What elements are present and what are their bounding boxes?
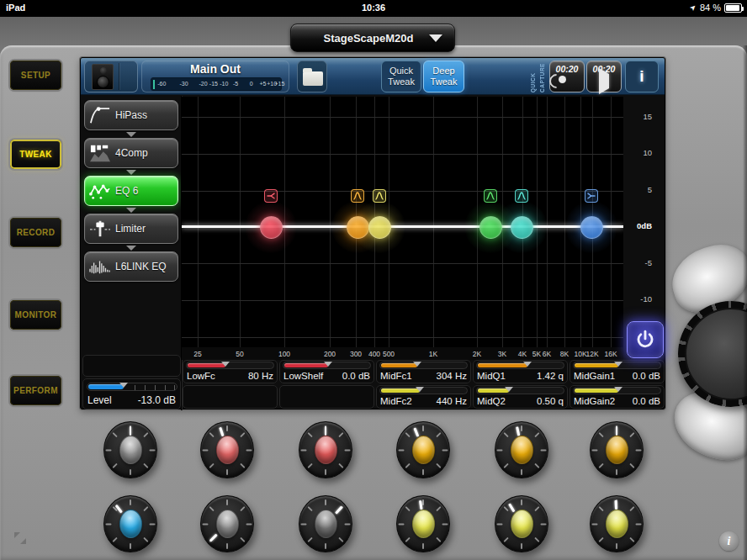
hardware-knob-r1c6[interactable] — [590, 421, 644, 478]
level-cell[interactable]: Level -13.0 dB — [82, 378, 181, 409]
hardware-knob-r2c3[interactable] — [299, 495, 352, 552]
level-tick — [155, 385, 156, 390]
param-slider-marker — [324, 362, 332, 367]
hardware-knob-r1c2[interactable] — [200, 421, 254, 478]
param-slider[interactable] — [573, 362, 661, 369]
hardware-knob-r1c5[interactable] — [495, 421, 548, 478]
hardware-knob-r2c2[interactable] — [200, 495, 254, 552]
knob-tick — [112, 431, 117, 436]
chain-item-4comp[interactable]: 4Comp — [84, 138, 178, 168]
chain-item-hipass[interactable]: HiPass — [84, 100, 178, 130]
knob-tick — [345, 449, 351, 451]
hardware-knob-r2c6[interactable] — [590, 495, 644, 552]
chain-item-limiter[interactable]: Limiter — [84, 214, 178, 244]
quick-tweak-tab[interactable]: Quick Tweak — [381, 61, 421, 92]
knob-tick — [405, 462, 410, 468]
level-slider[interactable] — [87, 383, 177, 391]
info-button[interactable]: i — [625, 61, 659, 92]
nav-button-record[interactable]: RECORD — [10, 218, 61, 247]
knob-tick — [143, 536, 148, 542]
param-slider-fill — [478, 363, 527, 367]
meter-tick-label: -5 — [233, 81, 238, 87]
param-cell-midfc1[interactable]: MidFc1304 Hz — [376, 360, 471, 383]
eq-graph[interactable] — [182, 97, 623, 347]
hardware-knob-r1c1[interactable] — [103, 421, 157, 478]
param-cell-midfc2[interactable]: MidFc2440 Hz — [376, 385, 471, 409]
knob-tick — [240, 431, 245, 436]
eq-band-handle-high-shelf[interactable] — [580, 216, 603, 239]
hardware-knob-r2c4[interactable] — [396, 495, 450, 552]
param-cell-lowshelf[interactable]: LowShelf0.0 dB — [279, 360, 374, 383]
play-icon — [599, 68, 609, 94]
param-slider[interactable] — [186, 362, 274, 369]
eq-band-type-badge-mid-2[interactable] — [373, 189, 386, 203]
param-cell-midgain2[interactable]: MidGain20.0 dB — [570, 385, 665, 409]
knob-tick — [106, 449, 112, 451]
level-value: -13.0 dB — [138, 394, 176, 406]
knob-tick — [301, 449, 307, 451]
hardware-knob-r2c5[interactable] — [495, 495, 548, 552]
hardware-knob-r1c3[interactable] — [299, 421, 352, 478]
eq-band-handle-mid-4[interactable] — [511, 216, 533, 239]
param-slider[interactable] — [379, 387, 468, 394]
eq-band-handle-mid-1[interactable] — [347, 216, 369, 239]
device-selector-dropdown[interactable]: StageScapeM20d — [290, 24, 455, 52]
app-info-button[interactable]: i — [719, 531, 739, 551]
hardware-knob-r2c1[interactable] — [103, 495, 157, 552]
knob-tick — [629, 536, 634, 542]
param-cell-midq1[interactable]: MidQ11.42 q — [473, 360, 568, 383]
eq-power-button[interactable] — [627, 321, 664, 358]
knob-tick — [345, 523, 351, 525]
eq-band-type-badge-mid-4[interactable] — [515, 189, 528, 203]
meter-tick-label: -10 — [220, 81, 228, 87]
preset-folder-button[interactable] — [297, 61, 327, 92]
knob-tick — [209, 505, 214, 510]
x-tick-label: 10K — [574, 350, 586, 358]
param-cell-midgain1[interactable]: MidGain10.0 dB — [570, 360, 665, 383]
nav-button-tweak[interactable]: TWEAK — [10, 140, 61, 169]
chain-item-l6link-eq[interactable]: L6LINK EQ — [84, 251, 178, 282]
param-slider-fill — [575, 363, 618, 367]
knob-tick — [541, 449, 547, 451]
nav-button-monitor[interactable]: MONITOR — [10, 300, 61, 330]
eq-band-handle-mid-2[interactable] — [368, 216, 391, 239]
knob-tick — [338, 536, 343, 542]
channel-title-block[interactable]: Main Out -60-30-20-15-10-50+5+10+15 — [141, 61, 289, 92]
knob-tick — [629, 462, 634, 468]
param-value: 0.0 dB — [633, 371, 660, 381]
eq-band-handle-low-shelf[interactable] — [260, 216, 283, 239]
param-value: 304 Hz — [437, 371, 467, 381]
quick-capture-play-button[interactable]: 00:20 — [586, 61, 622, 92]
param-slider-fill — [575, 388, 618, 393]
grid-line-horizontal — [182, 337, 623, 338]
param-cell-lowfc[interactable]: LowFc80 Hz — [183, 360, 278, 383]
param-slider[interactable] — [476, 387, 564, 394]
eq-band-type-badge-mid-3[interactable] — [484, 189, 497, 203]
param-slider[interactable] — [573, 387, 661, 394]
param-cell-midq2[interactable]: MidQ20.50 q — [473, 385, 568, 409]
eq-band-type-badge-mid-1[interactable] — [351, 189, 364, 203]
expand-icon[interactable] — [10, 528, 30, 552]
channel-select-button[interactable] — [84, 61, 138, 92]
quick-capture-record-button[interactable]: 00:20 — [549, 61, 585, 92]
knob-indicator — [325, 426, 327, 436]
x-tick-label: 3K — [498, 350, 506, 358]
knob-tick — [598, 536, 603, 542]
eq-band-handle-mid-3[interactable] — [479, 216, 502, 239]
battery-percent: 84 % — [700, 3, 721, 13]
hardware-knob-r1c4[interactable] — [396, 421, 450, 478]
deep-tweak-tab[interactable]: Deep Tweak — [423, 61, 464, 92]
nav-button-setup[interactable]: SETUP — [10, 61, 61, 90]
channel-panel: Main Out -60-30-20-15-10-50+5+10+15 Quic… — [80, 57, 665, 409]
eq-band-type-badge-low-shelf[interactable] — [264, 189, 278, 203]
param-value: 0.50 q — [537, 396, 564, 406]
param-label: MidQ2 — [477, 396, 506, 406]
nav-button-perform[interactable]: PERFORM — [10, 376, 61, 405]
eq-band-type-badge-high-shelf[interactable] — [585, 189, 598, 203]
param-slider[interactable] — [283, 362, 371, 369]
knob-tick — [325, 469, 326, 475]
chain-item-eq-6[interactable]: EQ 6 — [84, 176, 178, 206]
knob-tick — [436, 536, 441, 542]
param-slider[interactable] — [476, 362, 564, 369]
param-slider[interactable] — [379, 362, 468, 369]
